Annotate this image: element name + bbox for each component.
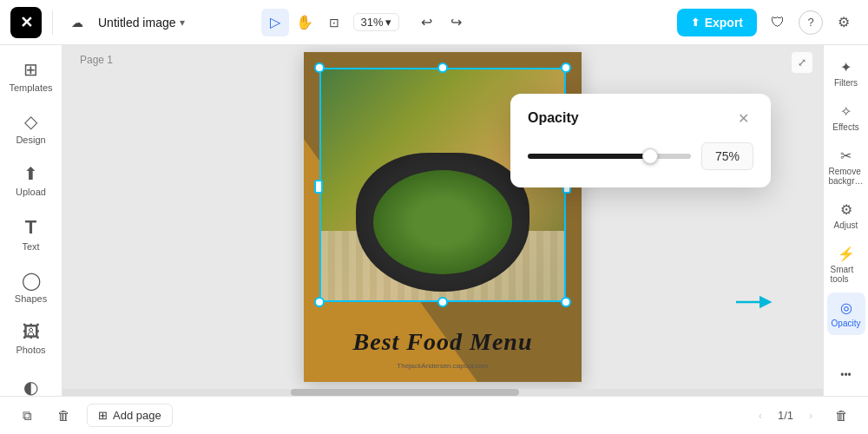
document-title: Untitled image: [98, 16, 176, 30]
sidebar-item-shapes[interactable]: ◯ Shapes: [5, 263, 57, 312]
right-panel-remove-bg[interactable]: ✂ Remove backgr…: [827, 141, 865, 193]
delete-button[interactable]: 🗑: [50, 403, 76, 429]
duplicate-button[interactable]: ⧉: [14, 403, 40, 429]
templates-icon: ⊞: [23, 59, 38, 80]
select-tool-button[interactable]: ▷: [261, 9, 289, 36]
settings-button[interactable]: ⚙: [830, 9, 858, 36]
main-area: ⊞ Templates ◇ Design ⬆ Upload T Text ◯ S…: [0, 45, 868, 396]
salad-greens: [373, 170, 512, 274]
photos-label: Photos: [16, 345, 45, 356]
tool-group: ▷ ✋ ⊡ 31% ▾: [261, 9, 399, 36]
left-sidebar: ⊞ Templates ◇ Design ⬆ Upload T Text ◯ S…: [0, 45, 62, 396]
undo-button[interactable]: ↩: [413, 9, 441, 36]
smart-tools-icon: ⚡: [838, 246, 855, 262]
right-panel-more[interactable]: •••: [827, 362, 865, 389]
bottom-bar: ⧉ 🗑 ⊞ Add page ‹ 1/1 › 🗑: [0, 396, 868, 434]
salad-bowl: [356, 153, 529, 292]
design-icon: ◇: [24, 111, 37, 132]
topbar: ✕ ☁ Untitled image ▾ ▷ ✋ ⊡ 31% ▾ ↩ ↪ ⬆ E…: [0, 0, 868, 45]
opacity-arrow: [734, 293, 773, 314]
right-panel-smart-tools[interactable]: ⚡ Smart tools: [827, 239, 865, 291]
opacity-label: Opacity: [832, 319, 861, 328]
prev-page-button[interactable]: ‹: [750, 405, 771, 426]
templates-label: Templates: [9, 82, 52, 94]
export-label: Export: [705, 16, 743, 30]
zoom-chevron: ▾: [385, 16, 391, 29]
zoom-selector[interactable]: 31% ▾: [353, 13, 399, 31]
page-navigation: ‹ 1/1 ›: [750, 405, 821, 426]
title-chevron: ▾: [180, 16, 185, 29]
opacity-popup: Opacity ✕ 75%: [510, 94, 771, 187]
frame-tool-button[interactable]: ⊡: [320, 9, 348, 36]
opacity-slider[interactable]: [528, 154, 691, 159]
add-page-button[interactable]: ⊞ Add page: [87, 404, 173, 427]
title-group[interactable]: Untitled image ▾: [98, 16, 185, 30]
right-panel-adjust[interactable]: ⚙ Adjust: [827, 194, 865, 237]
app-logo[interactable]: ✕: [10, 7, 42, 38]
redo-button[interactable]: ↪: [443, 9, 470, 36]
mode-icon: ◐: [23, 377, 38, 396]
add-page-icon: ⊞: [98, 409, 108, 422]
trash-button[interactable]: 🗑: [828, 403, 854, 429]
more-icon: •••: [840, 369, 852, 381]
page-counter: 1/1: [778, 409, 793, 422]
right-panel-opacity[interactable]: ◎ Opacity: [827, 293, 865, 335]
sidebar-bottom: ◐ ⌄: [5, 370, 57, 396]
shapes-label: Shapes: [15, 293, 47, 305]
sidebar-item-templates[interactable]: ⊞ Templates: [5, 52, 57, 101]
opacity-close-button[interactable]: ✕: [733, 108, 753, 128]
export-icon: ⬆: [691, 16, 700, 29]
right-panel-filters[interactable]: ✦ Filters: [827, 52, 865, 95]
shield-button[interactable]: 🛡: [764, 9, 792, 36]
opacity-slider-thumb[interactable]: [642, 148, 658, 164]
effects-icon: ✧: [840, 103, 852, 120]
design-label: Design: [16, 135, 45, 146]
filters-label: Filters: [834, 78, 858, 88]
upload-label: Upload: [16, 187, 46, 198]
design-subtitle: ThejackAndersen.capcut.com: [304, 362, 582, 370]
canvas-area: Page 1 ⤢ ⬚ ⊞ ⧉ •••: [62, 45, 823, 396]
design-title: Best Food Menu: [304, 328, 582, 356]
cloud-save-button[interactable]: ☁: [63, 9, 91, 36]
photos-icon: 🖼: [23, 322, 40, 342]
adjust-label: Adjust: [834, 220, 858, 230]
upload-icon: ⬆: [23, 163, 38, 184]
scrollbar-thumb[interactable]: [291, 389, 519, 396]
opacity-popup-header: Opacity ✕: [528, 108, 753, 128]
opacity-control: 75%: [528, 142, 753, 170]
smart-tools-label: Smart tools: [831, 265, 862, 284]
add-page-label: Add page: [113, 409, 161, 422]
bottom-right: ‹ 1/1 › 🗑: [750, 403, 854, 429]
topbar-right: ⬆ Export 🛡 ? ⚙: [677, 9, 858, 36]
remove-bg-icon: ✂: [840, 148, 852, 164]
text-label: Text: [22, 241, 39, 253]
zoom-level: 31%: [361, 16, 384, 29]
help-button[interactable]: ?: [799, 10, 823, 35]
next-page-button[interactable]: ›: [800, 405, 821, 426]
right-panel: ✦ Filters ✧ Effects ✂ Remove backgr… ⚙ A…: [823, 45, 868, 396]
opacity-icon: ◎: [840, 299, 852, 316]
topbar-divider: [52, 10, 53, 35]
canvas-scrollbar[interactable]: [62, 389, 823, 396]
undo-redo-group: ↩ ↪: [413, 9, 470, 36]
text-icon: T: [25, 216, 36, 239]
sidebar-item-design[interactable]: ◇ Design: [5, 104, 57, 153]
effects-label: Effects: [832, 122, 858, 132]
remove-bg-label: Remove backgr…: [829, 167, 864, 186]
sidebar-item-upload[interactable]: ⬆ Upload: [5, 156, 57, 205]
right-panel-effects[interactable]: ✧ Effects: [827, 96, 865, 139]
hand-tool-button[interactable]: ✋: [291, 9, 319, 36]
opacity-title: Opacity: [528, 110, 579, 126]
sidebar-item-photos[interactable]: 🖼 Photos: [5, 315, 57, 363]
filters-icon: ✦: [840, 59, 852, 76]
sidebar-item-mode[interactable]: ◐: [5, 370, 57, 396]
adjust-icon: ⚙: [840, 201, 852, 218]
sidebar-item-text[interactable]: T Text: [5, 209, 57, 260]
shapes-icon: ◯: [22, 270, 41, 291]
opacity-value[interactable]: 75%: [701, 142, 753, 170]
export-button[interactable]: ⬆ Export: [677, 9, 757, 36]
